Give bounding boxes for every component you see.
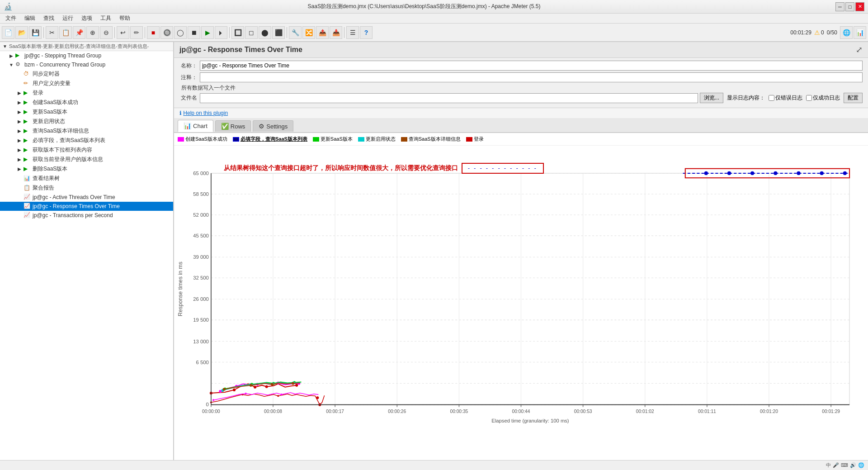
help-anchor[interactable]: Help on this plugin	[183, 110, 228, 116]
sidebar-item-view-results[interactable]: 📊 查看结果树	[0, 174, 173, 183]
menubar: 文件 编辑 查找 运行 选项 工具 帮助	[0, 14, 868, 24]
sidebar-item-create-saas[interactable]: ▶ ▶ 创建SaaS版本成功	[0, 98, 173, 107]
sidebar-item-sync-timer[interactable]: ⏱ 同步定时器	[0, 69, 173, 79]
bottom-bar: 中 🎤 ⌨ 🔊 🌐	[0, 460, 868, 470]
sidebar-item-aggregate[interactable]: 📋 聚合报告	[0, 183, 173, 193]
chart-button[interactable]: 📊	[854, 26, 866, 39]
btn21[interactable]: 📤	[316, 26, 329, 39]
menu-help[interactable]: 帮助	[116, 14, 134, 23]
sidebar-item-query-field[interactable]: ▶ ▶ 必填字段，查询SaaS版本列表	[0, 136, 173, 145]
btn15[interactable]: 🔲	[231, 26, 244, 39]
log-content-label: 显示日志内容：	[727, 94, 765, 102]
active-icon: 📈	[24, 194, 31, 201]
btn13[interactable]: ▶	[201, 26, 214, 39]
config-button[interactable]: 配置	[844, 93, 863, 103]
update-saas-label: 更新SaaS版本	[33, 108, 67, 116]
active-label: jp@gc - Active Threads Over Time	[33, 194, 115, 200]
expand-button[interactable]: ⊕	[86, 26, 99, 39]
btn8[interactable]: ✏	[130, 26, 143, 39]
sidebar-item-delete-saas[interactable]: ▶ ▶ 删除SaaS版本	[0, 164, 173, 174]
jp-stepping-label: jp@gc - Stepping Thread Group	[24, 52, 101, 59]
svg-text:Elapsed time (granularity: 100: Elapsed time (granularity: 100 ms)	[491, 418, 569, 423]
delete-label: 删除SaaS版本	[33, 165, 67, 173]
network-icon[interactable]: 🌐	[858, 462, 864, 468]
btn16[interactable]: ◻	[245, 26, 258, 39]
sidebar-item-update-status[interactable]: ▶ ▶ 更新启用状态	[0, 117, 173, 126]
tree-root-label: SaaS版本新增-更新-更新启用状态-查询详细信息-查询列表信息-	[9, 43, 149, 50]
name-input[interactable]	[200, 61, 863, 71]
sidebar-item-user-vars[interactable]: ✏ 用户定义的变量	[0, 79, 173, 88]
filename-input[interactable]	[200, 93, 698, 103]
only-error-checkbox[interactable]	[769, 95, 774, 101]
volume-icon[interactable]: 🔊	[850, 462, 856, 468]
sidebar-item-jp-stepping[interactable]: ▶ ▶ jp@gc - Stepping Thread Group	[0, 51, 173, 60]
menu-run[interactable]: 运行	[59, 14, 77, 23]
svg-text:45 500: 45 500	[193, 233, 208, 238]
tab-chart[interactable]: 📊 Chart	[178, 120, 213, 132]
svg-text:52 000: 52 000	[193, 212, 208, 218]
btn14[interactable]: ⏵	[215, 26, 227, 39]
input-method-icon[interactable]: 中	[826, 462, 831, 469]
btn23[interactable]: ☰	[346, 26, 359, 39]
btn19[interactable]: 🔧	[289, 26, 302, 39]
save-button[interactable]: 💾	[29, 26, 42, 39]
sidebar-item-active-threads[interactable]: 📈 jp@gc - Active Threads Over Time	[0, 193, 173, 202]
expand-query-detail: ▶	[16, 128, 23, 134]
browse-button[interactable]: 浏览...	[700, 93, 723, 103]
tree-root[interactable]: ▼ SaaS版本新增-更新-更新启用状态-查询详细信息-查询列表信息-	[0, 42, 173, 51]
keyboard-icon[interactable]: ⌨	[841, 462, 848, 468]
expand-query-field: ▶	[16, 138, 23, 144]
help-link[interactable]: ℹ Help on this plugin	[174, 108, 868, 118]
toolbar: 📄 📂 💾 ✂ 📋 📌 ⊕ ⊖ ↩ ✏ ■ 🔘 ◯ ⏹ ▶ ⏵ 🔲 ◻ ⬤ ⬛ …	[0, 24, 868, 42]
svg-text:00:00:08: 00:00:08	[264, 409, 282, 414]
only-success-checkbox[interactable]	[806, 95, 812, 101]
cut-button[interactable]: ✂	[46, 26, 58, 39]
svg-point-52	[727, 171, 731, 175]
legend-create-saas: 创建SaaS版本成功	[178, 136, 227, 142]
globe-button[interactable]: 🌐	[840, 26, 853, 39]
btn22[interactable]: 📥	[330, 26, 342, 39]
paste-button[interactable]: 📌	[73, 26, 85, 39]
btn24[interactable]: ?	[360, 26, 373, 39]
all-data-label: 所有数据写入一个文件	[181, 84, 236, 92]
new-button[interactable]: 📄	[2, 26, 14, 39]
tab-rows[interactable]: ✅ Rows	[215, 120, 251, 132]
btn10[interactable]: 🔘	[160, 26, 173, 39]
close-button[interactable]: ✕	[855, 2, 864, 11]
minimize-button[interactable]: ─	[835, 2, 844, 11]
sidebar-item-update-saas[interactable]: ▶ ▶ 更新SaaS版本	[0, 107, 173, 117]
menu-file[interactable]: 文件	[2, 14, 20, 23]
sidebar-item-bzm[interactable]: ▼ ⚙ bzm - Concurrency Thread Group	[0, 60, 173, 69]
menu-options[interactable]: 选项	[78, 14, 96, 23]
btn11[interactable]: ◯	[174, 26, 187, 39]
annotation-container: 从结果树得知这个查询接口超时了，所以响应时间数值很大，所以需要优化查询接口 - …	[224, 163, 544, 174]
btn18[interactable]: ⬛	[272, 26, 285, 39]
copy-button[interactable]: 📋	[59, 26, 72, 39]
sidebar-item-login[interactable]: ▶ ▶ 登录	[0, 88, 173, 98]
btn7[interactable]: ↩	[117, 26, 129, 39]
menu-tools[interactable]: 工具	[97, 14, 115, 23]
legend-query-field: 必填字段，查询SaaS版本列表	[233, 136, 307, 142]
maximize-button[interactable]: □	[845, 2, 854, 11]
root-expand-icon: ▼	[2, 43, 8, 50]
sidebar-item-query-detail[interactable]: ▶ ▶ 查询SaaS版本详细信息	[0, 126, 173, 136]
svg-point-80	[292, 382, 294, 385]
btn20[interactable]: 🔀	[302, 26, 315, 39]
menu-search[interactable]: 查找	[40, 14, 58, 23]
btn17[interactable]: ⬤	[259, 26, 271, 39]
sidebar-item-get-current-user[interactable]: ▶ ▶ 获取当前登录用户的版本信息	[0, 155, 173, 164]
sidebar-item-transactions[interactable]: 📈 jp@gc - Transactions per Second	[0, 211, 173, 220]
tab-settings[interactable]: ⚙ Settings	[253, 120, 293, 132]
collapse-button[interactable]: ⊖	[100, 26, 113, 39]
mic-icon[interactable]: 🎤	[833, 462, 839, 468]
btn9[interactable]: ■	[147, 26, 160, 39]
sidebar-item-response-times[interactable]: 📈 jp@gc - Response Times Over Time	[0, 202, 173, 211]
comment-input[interactable]	[200, 72, 863, 82]
btn12[interactable]: ⏹	[188, 26, 200, 39]
open-button[interactable]: 📂	[15, 26, 28, 39]
svg-text:00:01:02: 00:01:02	[636, 409, 654, 414]
sidebar-item-get-dropdown[interactable]: ▶ ▶ 获取版本下拉框列表内容	[0, 145, 173, 155]
menu-edit[interactable]: 编辑	[21, 14, 39, 23]
svg-text:Response times in ms: Response times in ms	[177, 261, 184, 316]
panel-expand-icon[interactable]: ⤢	[856, 45, 863, 55]
